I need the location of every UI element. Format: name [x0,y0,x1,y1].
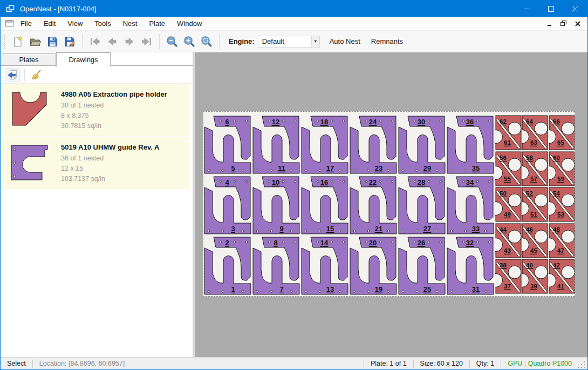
svg-text:54: 54 [553,190,560,197]
svg-text:64: 64 [526,118,533,125]
menu-nest[interactable]: Nest [117,17,143,31]
nest-pair-parts-11-12[interactable]: 12 11 [252,115,300,176]
new-button[interactable] [9,33,26,50]
mdi-restore-button[interactable] [559,19,568,28]
tab-plates[interactable]: Plates [2,53,56,66]
minimize-button[interactable] [515,1,539,17]
svg-text:31: 31 [472,285,480,293]
zoom-in-button[interactable] [181,33,198,50]
svg-text:44: 44 [500,226,507,233]
svg-text:38: 38 [500,262,507,268]
nest-pair-parts-3-4[interactable]: 4 3 [203,176,252,236]
nest-pair-parts-47-48[interactable]: 48 47 [549,223,575,259]
save-as-button[interactable] [61,33,78,50]
tab-drawings[interactable]: Drawings [56,52,111,66]
svg-text:35: 35 [472,164,480,172]
maximize-button[interactable] [539,1,563,17]
zoom-out-icon [166,35,179,48]
svg-text:45: 45 [530,247,537,254]
app-icon [5,4,15,14]
nest-pair-parts-55-56[interactable]: 56 55 [495,151,522,187]
svg-text:6: 6 [225,118,229,126]
svg-text:2: 2 [225,239,229,247]
nest-pair-parts-49-50[interactable]: 50 49 [495,187,522,223]
nest-pair-parts-35-36[interactable]: 36 35 [446,115,495,176]
go-next-icon [123,36,136,48]
drawing-nested: 30 of 1 nested [61,100,167,111]
zoom-out-button[interactable] [163,33,181,50]
nest-pair-parts-45-46[interactable]: 46 45 [522,223,548,259]
minimize-icon [524,6,530,12]
nest-pair-parts-65-66[interactable]: 66 65 [549,115,575,151]
status-gpu: GPU : Quadro P1000 [501,360,578,367]
nest-pair-parts-7-8[interactable]: 8 7 [252,236,300,297]
drawings-list: 4980 A05 Extraction pipe holder 30 of 1 … [1,84,189,190]
nest-canvas[interactable]: 6 5 12 11 18 17 [195,52,588,357]
nest-pair-parts-63-64[interactable]: 64 63 [522,115,548,151]
go-last-button[interactable] [138,33,155,50]
menu-view[interactable]: View [61,17,88,31]
nest-pair-parts-37-38[interactable]: 38 37 [495,259,522,294]
menu-edit[interactable]: Edit [38,17,61,31]
svg-text:43: 43 [504,247,511,254]
open-button[interactable] [26,33,44,50]
nest-pair-parts-57-58[interactable]: 58 57 [522,151,548,187]
nest-pair-parts-21-22[interactable]: 22 21 [349,176,398,236]
save-button[interactable] [44,33,61,50]
drawing-item-5019[interactable]: 5019 A10 UHMW guide Rev. A 36 of 1 neste… [1,137,189,189]
svg-text:25: 25 [423,285,431,293]
nest-pair-parts-17-18[interactable]: 18 17 [300,115,349,176]
menu-window[interactable]: Window [171,17,208,31]
svg-text:55: 55 [504,176,511,182]
engine-combobox-arrow[interactable]: ▼ [312,36,320,48]
zoom-fit-icon [200,35,213,48]
engine-combobox[interactable]: Default [258,36,312,48]
mdi-minimize-button[interactable] [545,19,554,28]
go-next-button[interactable] [121,33,138,50]
nest-pair-parts-19-20[interactable]: 20 19 [349,236,398,297]
mdi-close-button[interactable] [573,19,582,28]
drawing-item-4980[interactable]: 4980 A05 Extraction pipe holder 30 of 1 … [1,84,189,136]
svg-text:52: 52 [526,190,533,197]
svg-text:47: 47 [557,247,564,254]
zoom-in-icon [183,35,196,48]
svg-text:37: 37 [504,283,511,290]
go-first-button[interactable] [86,33,104,50]
nest-pair-parts-1-2[interactable]: 2 1 [203,236,252,297]
menu-tools[interactable]: Tools [88,17,117,31]
nest-pair-parts-41-42[interactable]: 42 41 [549,259,575,294]
resize-grip[interactable] [578,361,586,369]
nest-pair-parts-43-44[interactable]: 44 43 [495,223,522,259]
nest-pair-parts-61-62[interactable]: 62 61 [495,115,522,151]
close-button[interactable] [563,1,587,17]
nest-pair-parts-31-32[interactable]: 32 31 [446,236,495,297]
svg-text:65: 65 [557,139,564,146]
menu-file[interactable]: File [15,17,38,31]
nest-pair-parts-39-40[interactable]: 40 39 [522,259,548,294]
save-as-icon [64,36,76,48]
nest-pair-parts-33-34[interactable]: 34 33 [446,176,495,236]
toolbar-grip[interactable] [4,35,6,49]
zoom-fit-button[interactable] [198,33,215,50]
nest-pair-parts-25-26[interactable]: 26 25 [398,236,446,297]
nest-pair-parts-13-14[interactable]: 14 13 [300,236,349,297]
go-previous-button[interactable] [104,33,121,50]
clean-button[interactable] [29,68,44,82]
nest-pair-parts-27-28[interactable]: 28 27 [398,176,446,236]
nest-pair-parts-51-52[interactable]: 52 51 [522,187,548,223]
menu-plate[interactable]: Plate [143,17,171,31]
remnants-button[interactable]: Remnants [366,33,408,50]
new-file-icon [12,36,24,48]
nest-pair-parts-29-30[interactable]: 30 29 [398,115,446,176]
svg-text:13: 13 [326,285,334,293]
nest-pair-parts-5-6[interactable]: 6 5 [203,115,252,176]
nest-pair-parts-9-10[interactable]: 10 9 [252,176,300,236]
plate[interactable]: 6 5 12 11 18 17 [203,111,575,297]
nest-pair-parts-53-54[interactable]: 54 53 [549,187,575,223]
svg-text:61: 61 [504,139,511,146]
nest-pair-parts-23-24[interactable]: 24 23 [349,115,398,176]
auto-nest-button[interactable]: Auto Nest [324,33,366,50]
nest-pair-parts-15-16[interactable]: 16 15 [300,176,349,236]
import-button[interactable] [5,68,20,82]
nest-pair-parts-59-60[interactable]: 60 59 [549,151,575,187]
